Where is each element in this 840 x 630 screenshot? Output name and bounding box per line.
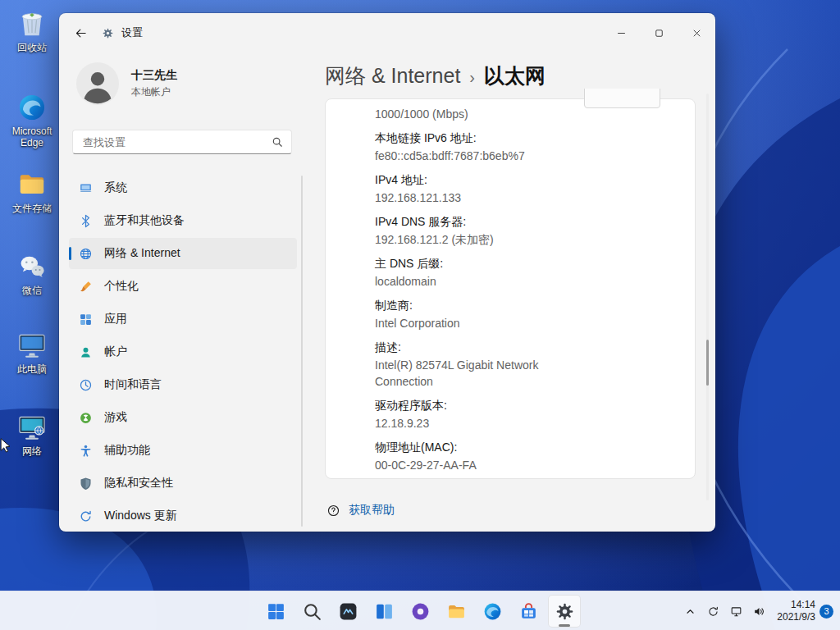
property-label: 主 DNS 后缀: [375, 253, 678, 273]
apps-grid-icon [79, 313, 93, 326]
windows-logo-icon [266, 601, 286, 622]
purple-app-icon [410, 601, 431, 622]
store-button[interactable] [512, 595, 545, 628]
search-button[interactable] [295, 595, 328, 628]
sidebar-item-apps[interactable]: 应用 [69, 304, 297, 335]
property-label: IPv4 地址: [375, 170, 678, 189]
file-explorer-button[interactable] [440, 595, 472, 628]
desktop-icon-label: 回收站 [17, 42, 47, 53]
taskbar-app-3-button[interactable] [404, 595, 436, 628]
property-value: fe80::cd5a:bdff:7687:b6eb%7 [375, 148, 572, 164]
property-row: 制造商: Intel Corporation [375, 295, 678, 331]
sidebar-item-bluetooth[interactable]: 蓝牙和其他设备 [69, 205, 297, 236]
maximize-button[interactable] [640, 13, 678, 52]
property-row: IPv4 DNS 服务器: 192.168.121.2 (未加密) [375, 212, 678, 248]
minimize-button[interactable] [602, 13, 640, 52]
desktop: 回收站 Microsoft Edge 文件存储 微信 此电脑 网络 设置 [0, 0, 840, 630]
help-icon [326, 504, 340, 518]
taskbar-clock[interactable]: 14:14 2021/9/3 [777, 599, 815, 623]
edge-logo-icon [16, 92, 48, 123]
sidebar-item-label: 时间和语言 [104, 377, 162, 392]
person-icon [79, 345, 93, 359]
laptop-icon [79, 181, 93, 195]
desktop-icon-edge[interactable]: Microsoft Edge [2, 92, 62, 148]
property-label: 描述: [375, 337, 678, 357]
start-button[interactable] [259, 595, 292, 628]
sidebar-item-windows-update[interactable]: Windows 更新 [69, 500, 297, 532]
property-value: 192.168.121.2 (未加密) [375, 231, 572, 248]
network-icon [729, 605, 743, 619]
breadcrumb-parent[interactable]: 网络 & Internet [325, 62, 460, 89]
clock-date: 2021/9/3 [777, 611, 815, 623]
titlebar: 设置 [59, 13, 715, 52]
sidebar-item-accounts[interactable]: 帐户 [69, 336, 297, 368]
taskbar-app-2-button[interactable] [368, 595, 400, 628]
property-row: 驱动程序版本: 12.18.9.23 [375, 395, 678, 431]
desktop-icon-label: 此电脑 [17, 363, 47, 375]
get-help-link[interactable]: 获取帮助 [349, 503, 395, 518]
tray-network-button[interactable] [724, 595, 747, 628]
property-value: 12.18.9.23 [375, 415, 572, 431]
desktop-icon-recycle-bin[interactable]: 回收站 [2, 8, 62, 53]
sidebar-item-privacy[interactable]: 隐私和安全性 [69, 468, 297, 499]
dark-app-icon [338, 601, 358, 622]
store-icon [518, 601, 539, 622]
edge-button[interactable] [476, 595, 509, 628]
sidebar-item-label: 应用 [104, 312, 127, 326]
taskbar-app-1-button[interactable] [331, 595, 364, 628]
settings-app-gear-icon [102, 27, 114, 39]
tray-chevron-button[interactable] [678, 595, 701, 628]
selection-indicator [69, 247, 71, 260]
search-icon [272, 136, 283, 148]
user-profile[interactable]: 十三先生 本地帐户 [75, 61, 177, 107]
search-input[interactable] [73, 136, 272, 148]
back-button[interactable] [66, 21, 95, 45]
sidebar-item-label: 游戏 [104, 410, 127, 425]
sidebar-item-system[interactable]: 系统 [69, 172, 297, 203]
content-area: 网络 & Internet › 以太网 1000/1000 (Mbps) 本地链… [305, 52, 715, 532]
sidebar: 十三先生 本地帐户 系统 蓝牙和其他设备 网络 & Internet 个性化 应… [59, 52, 305, 532]
avatar [75, 62, 120, 106]
folder-icon [16, 169, 48, 200]
desktop-icon-wechat[interactable]: 微信 [2, 251, 62, 296]
property-value: 192.168.121.133 [375, 189, 572, 206]
taskbar-center [259, 591, 581, 630]
update-icon [79, 509, 93, 523]
tray-sync-button[interactable] [701, 595, 724, 628]
sidebar-item-gaming[interactable]: 游戏 [69, 402, 297, 433]
mouse-cursor [0, 437, 14, 455]
personalization-icon [79, 280, 93, 294]
breadcrumb: 网络 & Internet › 以太网 [325, 62, 546, 89]
sidebar-item-time-language[interactable]: 时间和语言 [69, 369, 297, 400]
scrollbar-track[interactable] [706, 94, 709, 500]
desktop-icon-file-storage[interactable]: 文件存储 [2, 169, 62, 214]
gear-icon [555, 601, 575, 622]
sidebar-item-label: 蓝牙和其他设备 [104, 213, 185, 228]
partial-edit-button[interactable] [584, 89, 660, 108]
close-button[interactable] [678, 13, 715, 52]
tray-volume-button[interactable] [747, 595, 770, 628]
sidebar-item-network[interactable]: 网络 & Internet [69, 238, 297, 269]
this-pc-icon [16, 330, 48, 361]
settings-button[interactable] [548, 595, 581, 628]
desktop-icon-label: 微信 [22, 285, 42, 296]
property-row: 描述: Intel(R) 82574L Gigabit Network Conn… [375, 337, 678, 390]
folder-icon [446, 601, 467, 622]
bluetooth-icon [79, 214, 93, 228]
breadcrumb-current: 以太网 [484, 62, 546, 89]
sidebar-item-accessibility[interactable]: 辅助功能 [69, 435, 297, 466]
property-value: localdomain [375, 273, 572, 290]
taskbar: 14:14 2021/9/3 3 [0, 591, 840, 630]
active-app-indicator [559, 624, 570, 627]
notification-badge[interactable]: 3 [819, 605, 833, 619]
user-account-type: 本地帐户 [131, 85, 177, 99]
desktop-icon-this-pc[interactable]: 此电脑 [2, 330, 62, 375]
scrollbar-thumb[interactable] [706, 340, 709, 386]
accessibility-icon [79, 444, 93, 458]
minimize-icon [615, 27, 628, 39]
window-controls [602, 13, 715, 52]
sidebar-item-personalization[interactable]: 个性化 [69, 271, 297, 302]
globe-icon [79, 247, 93, 261]
volume-icon [752, 605, 766, 619]
sidebar-scrollbar[interactable] [301, 176, 303, 527]
